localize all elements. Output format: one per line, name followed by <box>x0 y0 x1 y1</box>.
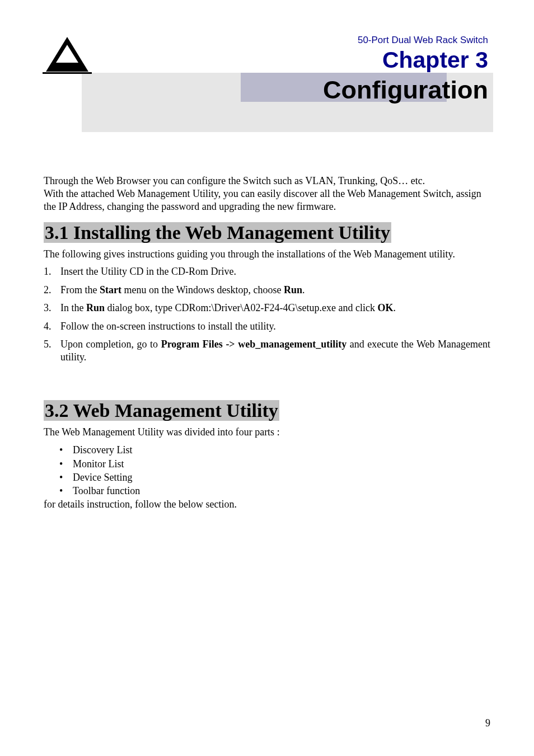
intro-line-2: With the attached Web Management Utility… <box>44 188 481 212</box>
step-bold: Program Files -> web_management_utility <box>161 339 347 350</box>
intro-paragraph: Through the Web Browser you can configur… <box>44 175 490 213</box>
install-step-3: In the Run dialog box, type CDRom:\Drive… <box>44 302 490 314</box>
utility-parts-list: Discovery List Monitor List Device Setti… <box>44 443 490 497</box>
step-bold: Run <box>284 284 302 295</box>
install-step-5: Upon completion, go to Program Files -> … <box>44 338 490 364</box>
section-3-1: 3.1 Installing the Web Management Utilit… <box>44 222 490 364</box>
install-steps-list: Insert the Utility CD in the CD-Rom Driv… <box>44 265 490 364</box>
product-name: 50-Port Dual Web Rack Switch <box>82 35 490 46</box>
list-item: Toolbar function <box>73 484 490 497</box>
chapter-title: Configuration <box>82 76 490 105</box>
step-text: From the <box>60 284 100 295</box>
section-heading-3-1: 3.1 Installing the Web Management Utilit… <box>44 222 391 243</box>
install-step-2: From the Start menu on the Windows deskt… <box>44 284 490 297</box>
chapter-label: Chapter 3 <box>82 47 490 73</box>
section-desc-3-1: The following gives instructions guiding… <box>44 248 490 261</box>
section-footer-3-2: for details instruction, follow the belo… <box>44 498 490 511</box>
step-text: Follow the on-screen instructions to ins… <box>60 321 276 332</box>
section-3-2: 3.2 Web Management Utility The Web Manag… <box>44 400 490 511</box>
list-item: Device Setting <box>73 471 490 484</box>
page-content: Through the Web Browser you can configur… <box>44 175 490 511</box>
step-text: . <box>302 284 305 295</box>
header-block: 50-Port Dual Web Rack Switch Chapter 3 C… <box>82 35 490 105</box>
section-heading-3-2: 3.2 Web Management Utility <box>44 400 279 421</box>
step-bold: OK <box>377 302 393 313</box>
step-bold: Start <box>100 284 121 295</box>
install-step-1: Insert the Utility CD in the CD-Rom Driv… <box>44 265 490 278</box>
section-desc-3-2: The Web Management Utility was divided i… <box>44 426 490 439</box>
list-item: Monitor List <box>73 457 490 471</box>
step-text: In the <box>60 302 86 313</box>
step-bold: Run <box>86 302 105 313</box>
step-text: Upon completion, go to <box>60 339 161 350</box>
install-step-4: Follow the on-screen instructions to ins… <box>44 320 490 333</box>
step-text: . <box>393 302 396 313</box>
page-number: 9 <box>485 717 490 729</box>
intro-line-1: Through the Web Browser you can configur… <box>44 175 425 186</box>
step-text: dialog box, type CDRom:\Driver\A02-F24-4… <box>105 302 377 313</box>
step-text: Insert the Utility CD in the CD-Rom Driv… <box>60 266 236 277</box>
list-item: Discovery List <box>73 443 490 457</box>
step-text: menu on the Windows desktop, choose <box>121 284 284 295</box>
